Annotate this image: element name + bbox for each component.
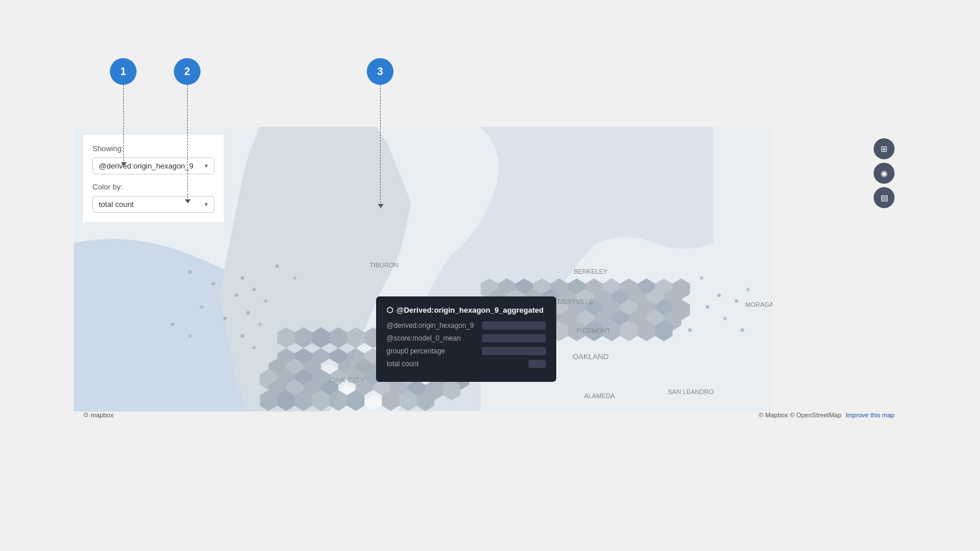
svg-text:OAKLAND: OAKLAND — [573, 352, 609, 361]
tooltip-title-icon: ⬡ — [387, 306, 393, 314]
globe-view-button[interactable]: ◉ — [874, 163, 895, 184]
map-controls-panel: ⊞ ◉ ▤ — [874, 138, 895, 208]
svg-text:BERKELEY: BERKELEY — [574, 268, 608, 275]
svg-text:EMERYVILLE: EMERYVILLE — [553, 298, 593, 305]
svg-point-142 — [682, 288, 686, 291]
bubble-2-label: 2 — [184, 66, 190, 78]
svg-point-137 — [235, 294, 238, 297]
tooltip-row-3-value — [482, 347, 546, 355]
colorby-dropdown-value: total count — [99, 200, 134, 209]
copyright-text: © Mapbox © OpenStreetMap — [759, 412, 841, 418]
svg-point-140 — [171, 323, 174, 326]
dashed-line-2 — [187, 85, 188, 201]
svg-point-139 — [223, 317, 227, 320]
bubble-1-label: 1 — [120, 66, 126, 78]
tooltip-row-1: @derived:origin_hexagon_9 — [387, 321, 546, 330]
tooltip-row-2-key: @score:model_0_mean — [387, 334, 461, 342]
arrow-3 — [378, 204, 384, 208]
svg-point-156 — [246, 311, 250, 314]
layer-dropdown-chevron: ▾ — [205, 162, 208, 170]
svg-point-149 — [746, 288, 750, 291]
grid-view-button[interactable]: ⊞ — [874, 138, 895, 159]
colorby-label: Color by: — [92, 183, 214, 191]
svg-point-150 — [741, 328, 744, 332]
svg-text:SAN LEANDRO: SAN LEANDRO — [668, 388, 714, 395]
tooltip-title-text: @Derived:origin_hexagon_9_aggregated — [396, 306, 543, 314]
tooltip-row-3: group0 percentage — [387, 347, 546, 355]
tooltip-row-2: @score:model_0_mean — [387, 334, 546, 342]
globe-icon: ◉ — [881, 169, 888, 178]
bubble-3-label: 3 — [377, 66, 383, 78]
svg-point-141 — [188, 334, 192, 338]
svg-point-144 — [717, 294, 721, 297]
page-wrapper: 1 2 3 — [0, 0, 980, 551]
mapbox-logo: ⊙ — [83, 411, 88, 418]
mapbox-copyright: © Mapbox © OpenStreetMap Improve this ma… — [759, 412, 895, 418]
svg-point-152 — [293, 276, 296, 280]
svg-point-136 — [212, 282, 215, 285]
tooltip-row-4-key: total count — [387, 360, 419, 368]
svg-point-135 — [188, 270, 192, 274]
tooltip-row-2-value — [482, 334, 546, 342]
dashed-line-3 — [380, 85, 381, 206]
svg-text:MORAGA: MORAGA — [745, 301, 772, 308]
svg-text:PIEDMONT: PIEDMONT — [577, 327, 610, 334]
tooltip-title: ⬡ @Derived:origin_hexagon_9_aggregated — [387, 306, 546, 314]
annotation-bubble-1: 1 — [110, 58, 137, 85]
table-icon: ▤ — [881, 193, 888, 202]
svg-point-148 — [735, 299, 738, 303]
tooltip-row-4: total count — [387, 360, 546, 368]
svg-point-147 — [688, 328, 692, 332]
layer-dropdown-value: @derived:origin_hexagon_9 — [99, 162, 194, 170]
grid-icon: ⊞ — [881, 144, 888, 153]
svg-point-159 — [252, 346, 256, 349]
svg-text:TIBURON: TIBURON — [370, 262, 399, 269]
svg-text:OAK CITY: OAK CITY — [330, 375, 365, 384]
svg-point-158 — [241, 334, 244, 338]
svg-point-154 — [241, 276, 244, 280]
arrow-2 — [185, 199, 191, 203]
svg-text:ALAMEDA: ALAMEDA — [584, 392, 615, 399]
svg-point-157 — [258, 323, 262, 326]
colorby-dropdown-chevron: ▾ — [205, 201, 208, 208]
tooltip-row-1-value — [482, 321, 546, 330]
table-view-button[interactable]: ▤ — [874, 187, 895, 208]
svg-point-155 — [264, 299, 267, 303]
mapbox-attribution: ⊙ mapbox — [83, 411, 113, 418]
tooltip-row-3-key: group0 percentage — [387, 347, 445, 355]
tooltip-row-4-value — [528, 360, 546, 368]
svg-point-151 — [276, 264, 279, 268]
tooltip-row-1-key: @derived:origin_hexagon_9 — [387, 321, 474, 330]
svg-point-153 — [252, 288, 256, 291]
showing-label: Showing: — [92, 144, 214, 153]
mapbox-label: mapbox — [91, 412, 113, 418]
tooltip-popup: ⬡ @Derived:origin_hexagon_9_aggregated @… — [376, 296, 556, 382]
svg-point-146 — [723, 317, 727, 320]
svg-point-138 — [200, 305, 203, 309]
annotation-bubble-2: 2 — [174, 58, 201, 85]
annotation-bubble-3: 3 — [367, 58, 394, 85]
colorby-dropdown[interactable]: total count ▾ — [92, 196, 214, 213]
svg-point-143 — [700, 276, 703, 280]
controls-panel: Showing: @derived:origin_hexagon_9 ▾ Col… — [83, 135, 224, 222]
arrow-1 — [121, 162, 127, 166]
layer-dropdown[interactable]: @derived:origin_hexagon_9 ▾ — [92, 158, 214, 174]
svg-point-145 — [706, 305, 709, 309]
improve-map-link[interactable]: Improve this map — [846, 412, 895, 418]
dashed-line-1 — [123, 85, 124, 164]
